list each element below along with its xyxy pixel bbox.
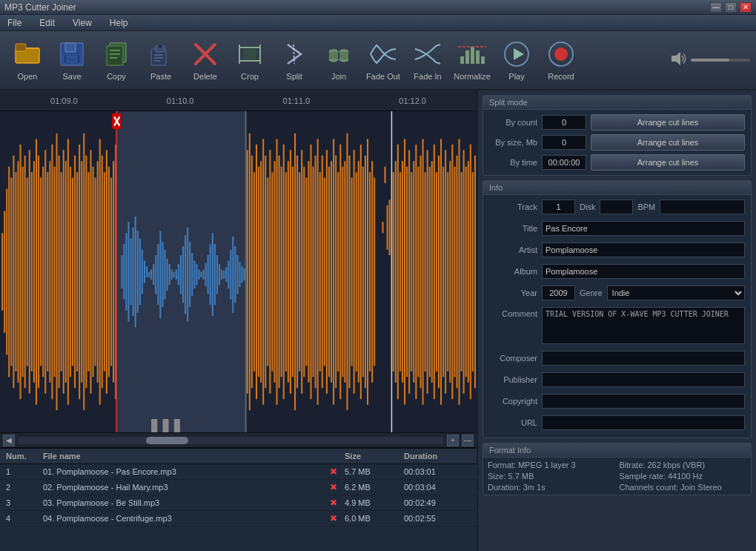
volume-slider[interactable] (691, 59, 750, 62)
minimize-button[interactable]: — (710, 2, 722, 13)
row-num: 2 (6, 483, 43, 492)
row-delete-icon[interactable]: ✖ (330, 513, 345, 524)
fade-out-button[interactable]: Fade Out (362, 34, 405, 86)
url-input[interactable] (542, 415, 745, 430)
zoom-out-button[interactable]: — (462, 435, 474, 446)
album-input[interactable] (542, 264, 745, 279)
waveform-container[interactable] (0, 111, 477, 432)
split-button[interactable]: Split (273, 34, 316, 86)
arrange-cut-lines-count-button[interactable]: Arrange cut lines (591, 114, 745, 131)
track-input[interactable] (542, 199, 575, 214)
svg-rect-7 (107, 46, 123, 65)
join-button[interactable]: Join (317, 34, 360, 86)
format-value: Format: MPEG 1 layer 3 (488, 461, 615, 469)
arrange-cut-lines-size-button[interactable]: Arrange cut lines (591, 134, 745, 151)
svg-rect-223 (413, 161, 414, 383)
svg-rect-28 (339, 52, 348, 59)
svg-rect-177 (303, 167, 305, 377)
join-label: Join (331, 72, 346, 81)
bpm-input[interactable] (660, 199, 745, 214)
svg-rect-82 (93, 167, 94, 377)
normalize-label: Normalize (454, 72, 491, 81)
info-title: Info (483, 181, 751, 195)
year-input[interactable] (542, 286, 575, 300)
maximize-button[interactable]: □ (725, 2, 737, 13)
list-item[interactable]: 4 04. Pomplamoose - Centrifuge.mp3 ✖ 6.0… (0, 511, 477, 527)
svg-rect-142 (223, 271, 225, 278)
timeline-marker-4: 01:12.0 (399, 96, 426, 105)
svg-rect-217 (399, 172, 401, 372)
fade-in-button[interactable]: Fade In (406, 34, 449, 86)
svg-rect-31 (471, 47, 474, 64)
svg-rect-195 (344, 161, 345, 383)
row-num: 4 (6, 514, 43, 523)
album-row: Album (489, 264, 745, 279)
row-size: 6.0 MB (345, 514, 404, 523)
row-delete-icon[interactable]: ✖ (330, 466, 345, 477)
svg-rect-78 (83, 133, 84, 410)
toolbar: Open Save Copy Paste Delete Crop (0, 31, 756, 90)
svg-rect-194 (342, 167, 343, 377)
open-button[interactable]: Open (6, 34, 49, 86)
svg-rect-240 (451, 145, 453, 399)
titlebar: MP3 Cutter Joiner — □ ✕ (0, 0, 756, 15)
col-num: Num. (6, 452, 43, 461)
title-input[interactable] (542, 221, 745, 236)
list-item[interactable]: 2 02. Pomplamoose - Hail Mary.mp3 ✖ 6.2 … (0, 480, 477, 495)
play-button[interactable]: Play (495, 34, 538, 86)
svg-rect-103 (135, 217, 136, 327)
menu-view[interactable]: View (70, 16, 95, 30)
menu-file[interactable]: File (4, 16, 24, 30)
left-panel: 01:09.0 01:10.0 01:11.0 01:12.0 (0, 90, 478, 551)
svg-rect-179 (308, 161, 309, 383)
svg-rect-197 (349, 156, 351, 389)
list-item[interactable]: 1 01. Pomplamoose - Pas Encore.mp3 ✖ 5.7… (0, 464, 477, 480)
copy-button[interactable]: Copy (95, 34, 138, 86)
title-label: Title (489, 224, 537, 233)
copyright-input[interactable] (542, 394, 745, 409)
zoom-in-button[interactable]: + (447, 435, 459, 446)
svg-rect-43 (4, 211, 5, 332)
delete-button[interactable]: Delete (184, 34, 227, 86)
svg-rect-228 (425, 172, 426, 372)
save-button[interactable]: Save (50, 34, 93, 86)
svg-rect-251 (245, 111, 247, 432)
svg-rect-67 (59, 156, 60, 389)
svg-rect-84 (97, 161, 99, 383)
genre-select[interactable]: Indie Rock Pop Jazz Classical (607, 286, 745, 300)
play-label: Play (508, 72, 524, 81)
crop-button[interactable]: Crop (228, 34, 271, 86)
list-item[interactable]: 3 03. Pomplamoose - Be Still.mp3 ✖ 4.9 M… (0, 495, 477, 511)
svg-rect-222 (411, 172, 412, 372)
col-duration: Duration (404, 452, 471, 461)
comment-textarea[interactable] (542, 307, 745, 344)
svg-rect-107 (144, 261, 145, 283)
svg-rect-247 (468, 161, 469, 383)
composer-input[interactable] (542, 351, 745, 366)
scroll-track[interactable] (18, 437, 444, 444)
row-delete-icon[interactable]: ✖ (330, 498, 345, 508)
menu-edit[interactable]: Edit (36, 16, 58, 30)
svg-rect-98 (123, 244, 125, 300)
record-button[interactable]: Record (540, 34, 583, 86)
split-by-count-input[interactable] (542, 115, 586, 130)
svg-rect-173 (294, 133, 296, 410)
scroll-left-button[interactable]: ◀ (3, 435, 15, 446)
svg-rect-237 (445, 150, 446, 393)
artist-input[interactable] (542, 242, 745, 257)
disk-input[interactable] (600, 199, 633, 214)
genre-label: Genre (580, 288, 603, 297)
arrange-cut-lines-time-button[interactable]: Arrange cut lines (591, 154, 745, 171)
split-by-size-input[interactable] (542, 135, 586, 150)
paste-button[interactable]: Paste (139, 34, 182, 86)
publisher-input[interactable] (542, 372, 745, 387)
row-delete-icon[interactable]: ✖ (330, 482, 345, 492)
normalize-button[interactable]: Normalize (451, 34, 494, 86)
split-by-time-input[interactable] (542, 155, 586, 170)
close-button[interactable]: ✕ (740, 2, 752, 13)
menu-help[interactable]: Help (107, 16, 131, 30)
svg-rect-105 (139, 239, 141, 306)
svg-rect-79 (85, 156, 87, 389)
split-mode-title: Split mode (483, 96, 751, 110)
svg-rect-213 (391, 111, 393, 432)
